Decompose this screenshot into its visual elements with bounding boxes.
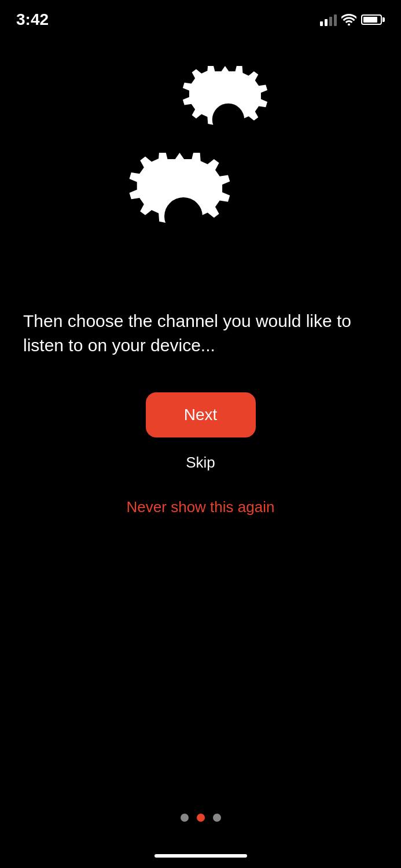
svg-point-1 (164, 197, 203, 236)
next-button[interactable]: Next (146, 392, 256, 437)
status-bar: 3:42 (0, 0, 401, 31)
page-dot-3 (213, 814, 221, 822)
signal-bar-4 (334, 14, 337, 26)
battery-tip (382, 17, 385, 22)
page-dots (181, 814, 221, 822)
signal-bar-1 (320, 21, 323, 26)
gears-illustration (102, 66, 299, 280)
buttons-container: Next Skip Never show this again (23, 392, 378, 521)
gear-large-icon (120, 153, 247, 280)
signal-icon (320, 13, 337, 26)
skip-button[interactable]: Skip (174, 449, 227, 476)
wifi-icon (341, 14, 356, 25)
status-time: 3:42 (16, 10, 49, 29)
battery-fill (363, 17, 377, 23)
page-dot-1 (181, 814, 189, 822)
main-content: Then choose the channel you would like t… (0, 31, 401, 521)
svg-point-0 (212, 104, 244, 136)
description-text: Then choose the channel you would like t… (23, 309, 378, 358)
status-icons (320, 13, 385, 26)
signal-bar-2 (325, 19, 328, 26)
home-indicator (154, 854, 247, 858)
battery-body (361, 14, 382, 25)
never-show-button[interactable]: Never show this again (115, 494, 286, 521)
battery-icon (361, 14, 385, 25)
signal-bar-3 (329, 17, 332, 26)
page-dot-2 (197, 814, 205, 822)
